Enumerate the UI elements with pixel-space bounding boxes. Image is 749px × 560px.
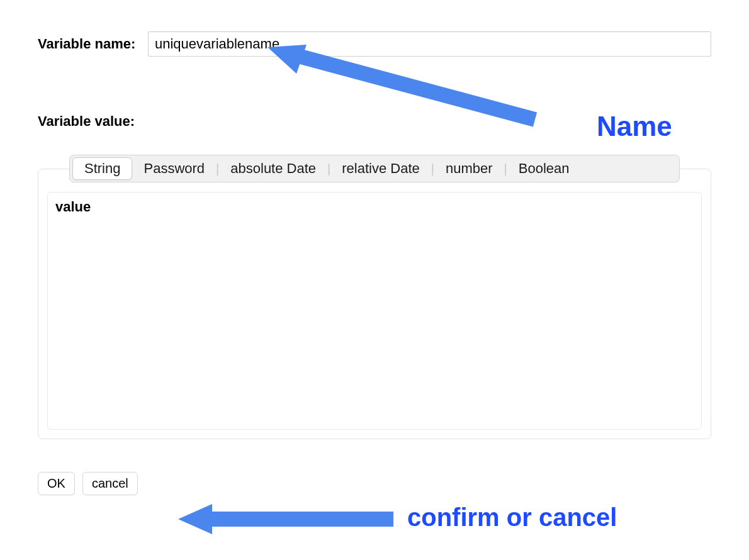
svg-line-1 (289, 53, 535, 120)
annotation-arrow-confirm (173, 500, 406, 538)
dialog-buttons: OK cancel (0, 472, 749, 495)
value-panel: value (38, 169, 711, 439)
cancel-button[interactable]: cancel (82, 472, 138, 495)
value-type-tabs-container: String Password | absolute Date | relati… (38, 155, 711, 439)
variable-name-input[interactable] (148, 31, 711, 57)
variable-name-row: Variable name: (0, 31, 749, 57)
ok-button[interactable]: OK (38, 472, 75, 495)
variable-value-label: Variable value: (38, 113, 711, 130)
tab-number[interactable]: number (434, 158, 504, 179)
tab-relative-date[interactable]: relative Date (330, 158, 431, 179)
variable-value-input[interactable]: value (47, 192, 702, 430)
annotation-confirm-label: confirm or cancel (407, 503, 617, 532)
variable-name-label: Variable name: (38, 36, 148, 52)
variable-value-row: Variable value: (0, 113, 749, 130)
tab-password[interactable]: Password (132, 158, 216, 179)
tab-absolute-date[interactable]: absolute Date (219, 158, 327, 179)
tab-boolean[interactable]: Boolean (507, 158, 581, 179)
svg-marker-6 (178, 504, 212, 534)
value-type-tabs: String Password | absolute Date | relati… (69, 155, 680, 182)
tab-string[interactable]: String (72, 157, 132, 180)
